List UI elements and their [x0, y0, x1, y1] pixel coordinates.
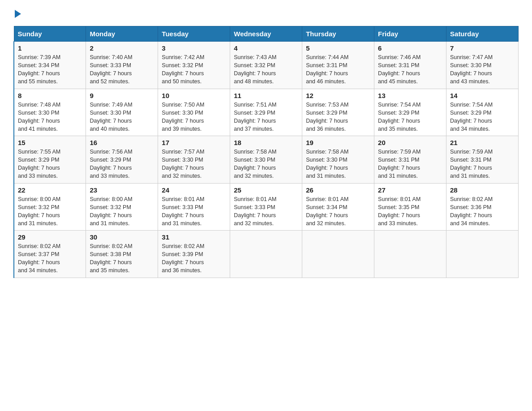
day-cell: 17 Sunrise: 7:57 AM Sunset: 3:30 PM Dayl…: [158, 136, 230, 184]
day-info: Sunrise: 8:02 AM Sunset: 3:36 PM Dayligh…: [450, 196, 493, 227]
day-cell: [230, 231, 302, 278]
day-cell: 25 Sunrise: 8:01 AM Sunset: 3:33 PM Dayl…: [230, 183, 302, 231]
week-row-3: 15 Sunrise: 7:55 AM Sunset: 3:29 PM Dayl…: [14, 136, 519, 184]
day-cell: 14 Sunrise: 7:54 AM Sunset: 3:29 PM Dayl…: [446, 89, 519, 136]
day-cell: [446, 231, 519, 278]
day-info: Sunrise: 7:59 AM Sunset: 3:31 PM Dayligh…: [378, 149, 420, 179]
calendar-body: 1 Sunrise: 7:39 AM Sunset: 3:34 PM Dayli…: [14, 42, 519, 278]
day-number: 19: [306, 139, 370, 146]
day-number: 15: [18, 139, 82, 146]
day-cell: 20 Sunrise: 7:59 AM Sunset: 3:31 PM Dayl…: [374, 136, 446, 184]
day-info: Sunrise: 8:01 AM Sunset: 3:34 PM Dayligh…: [306, 196, 348, 227]
day-number: 6: [378, 44, 442, 52]
day-info: Sunrise: 7:46 AM Sunset: 3:31 PM Dayligh…: [378, 54, 420, 85]
day-info: Sunrise: 7:44 AM Sunset: 3:31 PM Dayligh…: [306, 54, 348, 85]
day-cell: 12 Sunrise: 7:53 AM Sunset: 3:29 PM Dayl…: [302, 89, 374, 136]
day-number: 14: [450, 92, 515, 99]
day-cell: 28 Sunrise: 8:02 AM Sunset: 3:36 PM Dayl…: [446, 183, 519, 231]
day-cell: 1 Sunrise: 7:39 AM Sunset: 3:34 PM Dayli…: [14, 42, 86, 89]
day-number: 12: [306, 92, 370, 99]
day-cell: 22 Sunrise: 8:00 AM Sunset: 3:32 PM Dayl…: [14, 183, 86, 231]
day-cell: 23 Sunrise: 8:00 AM Sunset: 3:32 PM Dayl…: [86, 183, 158, 231]
day-info: Sunrise: 8:02 AM Sunset: 3:39 PM Dayligh…: [162, 243, 204, 274]
day-info: Sunrise: 7:58 AM Sunset: 3:30 PM Dayligh…: [306, 149, 348, 179]
week-row-4: 22 Sunrise: 8:00 AM Sunset: 3:32 PM Dayl…: [14, 183, 519, 231]
day-cell: 8 Sunrise: 7:48 AM Sunset: 3:30 PM Dayli…: [14, 89, 86, 136]
day-info: Sunrise: 7:40 AM Sunset: 3:33 PM Dayligh…: [90, 54, 132, 85]
day-cell: 9 Sunrise: 7:49 AM Sunset: 3:30 PM Dayli…: [86, 89, 158, 136]
day-info: Sunrise: 7:54 AM Sunset: 3:29 PM Dayligh…: [378, 102, 420, 132]
day-cell: 31 Sunrise: 8:02 AM Sunset: 3:39 PM Dayl…: [158, 231, 230, 278]
day-info: Sunrise: 8:01 AM Sunset: 3:33 PM Dayligh…: [234, 196, 276, 227]
day-number: 27: [378, 186, 442, 194]
day-number: 8: [18, 92, 82, 99]
header-cell-monday: Monday: [86, 26, 158, 42]
day-info: Sunrise: 8:00 AM Sunset: 3:32 PM Dayligh…: [90, 196, 132, 227]
day-number: 1: [18, 44, 82, 52]
calendar-table: SundayMondayTuesdayWednesdayThursdayFrid…: [13, 26, 519, 278]
day-info: Sunrise: 7:42 AM Sunset: 3:32 PM Dayligh…: [162, 54, 204, 85]
day-number: 7: [450, 44, 515, 52]
day-info: Sunrise: 7:56 AM Sunset: 3:29 PM Dayligh…: [90, 149, 132, 179]
day-cell: [374, 231, 446, 278]
day-cell: 30 Sunrise: 8:02 AM Sunset: 3:38 PM Dayl…: [86, 231, 158, 278]
logo-arrow-icon: [15, 10, 21, 18]
day-info: Sunrise: 7:58 AM Sunset: 3:30 PM Dayligh…: [234, 149, 276, 179]
day-number: 5: [306, 44, 370, 52]
day-number: 25: [234, 186, 298, 194]
page-header: [13, 9, 519, 18]
day-info: Sunrise: 7:59 AM Sunset: 3:31 PM Dayligh…: [450, 149, 493, 179]
day-number: 29: [18, 233, 82, 241]
day-info: Sunrise: 7:51 AM Sunset: 3:29 PM Dayligh…: [234, 102, 276, 132]
day-info: Sunrise: 8:01 AM Sunset: 3:35 PM Dayligh…: [378, 196, 420, 227]
day-number: 18: [234, 139, 298, 146]
day-cell: 13 Sunrise: 7:54 AM Sunset: 3:29 PM Dayl…: [374, 89, 446, 136]
day-number: 31: [162, 233, 226, 241]
day-info: Sunrise: 7:53 AM Sunset: 3:29 PM Dayligh…: [306, 102, 348, 132]
day-info: Sunrise: 7:57 AM Sunset: 3:30 PM Dayligh…: [162, 149, 204, 179]
day-info: Sunrise: 7:39 AM Sunset: 3:34 PM Dayligh…: [18, 54, 60, 85]
day-number: 23: [90, 186, 154, 194]
day-cell: 7 Sunrise: 7:47 AM Sunset: 3:30 PM Dayli…: [446, 42, 519, 89]
day-number: 11: [234, 92, 298, 99]
day-cell: 27 Sunrise: 8:01 AM Sunset: 3:35 PM Dayl…: [374, 183, 446, 231]
day-number: 24: [162, 186, 226, 194]
header-cell-tuesday: Tuesday: [158, 26, 230, 42]
day-number: 13: [378, 92, 442, 99]
day-info: Sunrise: 7:49 AM Sunset: 3:30 PM Dayligh…: [90, 102, 132, 132]
calendar-header: SundayMondayTuesdayWednesdayThursdayFrid…: [14, 26, 519, 42]
header-row: SundayMondayTuesdayWednesdayThursdayFrid…: [14, 26, 519, 42]
day-cell: 10 Sunrise: 7:50 AM Sunset: 3:30 PM Dayl…: [158, 89, 230, 136]
day-number: 9: [90, 92, 154, 99]
day-info: Sunrise: 8:02 AM Sunset: 3:37 PM Dayligh…: [18, 243, 60, 274]
day-number: 2: [90, 44, 154, 52]
week-row-2: 8 Sunrise: 7:48 AM Sunset: 3:30 PM Dayli…: [14, 89, 519, 136]
day-cell: 4 Sunrise: 7:43 AM Sunset: 3:32 PM Dayli…: [230, 42, 302, 89]
day-number: 21: [450, 139, 515, 146]
day-info: Sunrise: 7:47 AM Sunset: 3:30 PM Dayligh…: [450, 54, 493, 85]
day-info: Sunrise: 7:43 AM Sunset: 3:32 PM Dayligh…: [234, 54, 276, 85]
day-cell: 24 Sunrise: 8:01 AM Sunset: 3:33 PM Dayl…: [158, 183, 230, 231]
day-info: Sunrise: 8:01 AM Sunset: 3:33 PM Dayligh…: [162, 196, 204, 227]
day-number: 26: [306, 186, 370, 194]
header-cell-thursday: Thursday: [302, 26, 374, 42]
day-cell: 11 Sunrise: 7:51 AM Sunset: 3:29 PM Dayl…: [230, 89, 302, 136]
header-cell-saturday: Saturday: [446, 26, 519, 42]
header-cell-sunday: Sunday: [14, 26, 86, 42]
day-info: Sunrise: 7:50 AM Sunset: 3:30 PM Dayligh…: [162, 102, 204, 132]
day-info: Sunrise: 8:00 AM Sunset: 3:32 PM Dayligh…: [18, 196, 60, 227]
header-cell-wednesday: Wednesday: [230, 26, 302, 42]
day-cell: 3 Sunrise: 7:42 AM Sunset: 3:32 PM Dayli…: [158, 42, 230, 89]
header-cell-friday: Friday: [374, 26, 446, 42]
day-cell: 21 Sunrise: 7:59 AM Sunset: 3:31 PM Dayl…: [446, 136, 519, 184]
day-cell: 6 Sunrise: 7:46 AM Sunset: 3:31 PM Dayli…: [374, 42, 446, 89]
day-number: 3: [162, 44, 226, 52]
day-number: 17: [162, 139, 226, 146]
logo: [13, 9, 21, 18]
day-number: 30: [90, 233, 154, 241]
day-number: 28: [450, 186, 515, 194]
day-cell: 16 Sunrise: 7:56 AM Sunset: 3:29 PM Dayl…: [86, 136, 158, 184]
day-number: 16: [90, 139, 154, 146]
day-cell: [302, 231, 374, 278]
day-cell: 19 Sunrise: 7:58 AM Sunset: 3:30 PM Dayl…: [302, 136, 374, 184]
